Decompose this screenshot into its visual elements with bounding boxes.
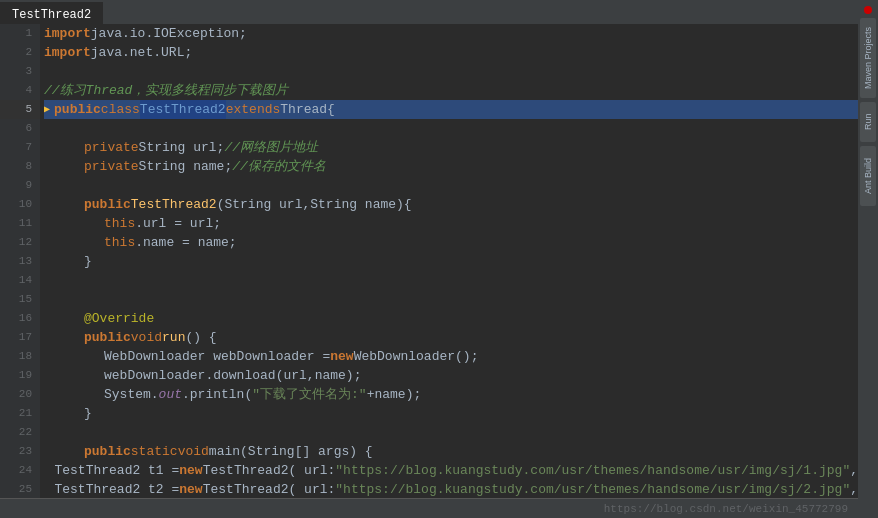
sidebar-button-maven[interactable]: Maven Projects (860, 18, 876, 98)
line-num-9: 9 (0, 176, 40, 195)
kw-void-23: void (178, 442, 209, 461)
line-num-22: 22 (0, 423, 40, 442)
kw-new-18: new (330, 347, 353, 366)
line-num-6: 6 (0, 119, 40, 138)
code-text-20a: System. (104, 385, 159, 404)
code-content[interactable]: import java.io.IOException; import java.… (40, 24, 858, 498)
line-num-13: 13 (0, 252, 40, 271)
kw-extends-5: extends (226, 100, 281, 119)
code-line-23: public static void main(String[] args) { (44, 442, 858, 461)
code-text-12: .name = name; (135, 233, 236, 252)
code-line-13: } (44, 252, 858, 271)
comment-4: //练习Thread，实现多线程同步下载图片 (44, 81, 288, 100)
code-text-19: webDownloader.download(url,name); (104, 366, 361, 385)
comment-8: //保存的文件名 (232, 157, 326, 176)
kw-import-1: import (44, 24, 91, 43)
line-num-25: 25 (0, 480, 40, 498)
code-container: 1 2 3 4 5 6 7 8 9 10 11 12 13 14 15 16 1… (0, 24, 858, 498)
line-num-14: 14 (0, 271, 40, 290)
comment-7: //网络图片地址 (224, 138, 318, 157)
method-run-17: run (162, 328, 185, 347)
line-num-23: 23 (0, 442, 40, 461)
code-line-8: private String name; //保存的文件名 (44, 157, 858, 176)
kw-private-8: private (84, 157, 139, 176)
kw-import-2: import (44, 43, 91, 62)
line-num-21: 21 (0, 404, 40, 423)
sidebar-button-ant[interactable]: Ant Build (860, 146, 876, 206)
code-line-25: TestThread2 t2 = new TestThread2( url: "… (44, 480, 858, 498)
str-25: "https://blog.kuangstudy.com/usr/themes/… (335, 480, 850, 498)
code-text-1: java.io.IOException; (91, 24, 247, 43)
line-num-24: 24 (0, 461, 40, 480)
str-20: "下载了文件名为:" (252, 385, 366, 404)
kw-public-23: public (84, 442, 131, 461)
line-num-4: 4 (0, 81, 40, 100)
arrow-icon: ▶ (44, 100, 50, 119)
code-line-1: import java.io.IOException; (44, 24, 858, 43)
line-num-16: 16 (0, 309, 40, 328)
out-20: out (159, 385, 182, 404)
code-line-7: private String url; //网络图片地址 (44, 138, 858, 157)
code-text-11: .url = url; (135, 214, 221, 233)
code-text-2: java.net.URL; (91, 43, 192, 62)
code-line-21: } (44, 404, 858, 423)
line-num-5: 5 (0, 100, 40, 119)
kw-class-5: class (101, 100, 140, 119)
line-num-10: 10 (0, 195, 40, 214)
line-num-12: 12 (0, 233, 40, 252)
line-num-11: 11 (0, 214, 40, 233)
kw-public-17: public (84, 328, 131, 347)
code-line-2: import java.net.URL; (44, 43, 858, 62)
line-num-1: 1 (0, 24, 40, 43)
kw-static-23: static (131, 442, 178, 461)
method-name-10: TestThread2 (131, 195, 217, 214)
tab-testthread2[interactable]: TestThread2 (0, 2, 103, 24)
code-text-21: } (84, 404, 92, 423)
kw-new-24: new (179, 461, 202, 480)
class-name-selected: TestThread2 (140, 100, 226, 119)
code-text-7: String url; (139, 138, 225, 157)
code-text-23: main(String[] args) { (209, 442, 373, 461)
tab-bar: TestThread2 (0, 0, 858, 24)
code-text-10b: (String url,String name){ (217, 195, 412, 214)
line-num-7: 7 (0, 138, 40, 157)
code-line-18: WebDownloader webDownloader = new WebDow… (44, 347, 858, 366)
code-text-18a: WebDownloader webDownloader = (104, 347, 330, 366)
line-num-17: 17 (0, 328, 40, 347)
code-line-14 (44, 271, 858, 290)
code-text-24a: TestThread2 t1 = (54, 461, 179, 480)
code-text-20b: .println( (182, 385, 252, 404)
editor-area: TestThread2 1 2 3 4 5 6 7 8 9 10 11 12 1… (0, 0, 858, 518)
code-line-20: System. out .println( "下载了文件名为:" +name); (44, 385, 858, 404)
str-24: "https://blog.kuangstudy.com/usr/themes/… (335, 461, 850, 480)
annotation-16: @Override (84, 309, 154, 328)
kw-this-11: this (104, 214, 135, 233)
code-line-11: this .url = url; (44, 214, 858, 233)
code-line-12: this .name = name; (44, 233, 858, 252)
code-text-25a: TestThread2 t2 = (54, 480, 179, 498)
code-line-17: public void run () { (44, 328, 858, 347)
bottom-bar: https://blog.csdn.net/weixin_45772799 (0, 498, 858, 518)
code-text-13: } (84, 252, 92, 271)
code-line-15 (44, 290, 858, 309)
code-line-4: //练习Thread，实现多线程同步下载图片 (44, 81, 858, 100)
code-line-22 (44, 423, 858, 442)
code-text-8: String name; (139, 157, 233, 176)
line-num-20: 20 (0, 385, 40, 404)
code-text-20c: +name); (367, 385, 422, 404)
line-num-15: 15 (0, 290, 40, 309)
kw-void-17: void (131, 328, 162, 347)
code-line-6 (44, 119, 858, 138)
kw-private-7: private (84, 138, 139, 157)
code-text-24b: TestThread2( url: (203, 461, 336, 480)
code-line-10: public TestThread2 (String url,String na… (44, 195, 858, 214)
code-text-25b: TestThread2( url: (203, 480, 336, 498)
sidebar-button-run[interactable]: Run (860, 102, 876, 142)
line-num-19: 19 (0, 366, 40, 385)
kw-this-12: this (104, 233, 135, 252)
code-line-3 (44, 62, 858, 81)
line-num-3: 3 (0, 62, 40, 81)
kw-new-25: new (179, 480, 202, 498)
code-line-19: webDownloader.download(url,name); (44, 366, 858, 385)
code-text-17c: () { (185, 328, 216, 347)
